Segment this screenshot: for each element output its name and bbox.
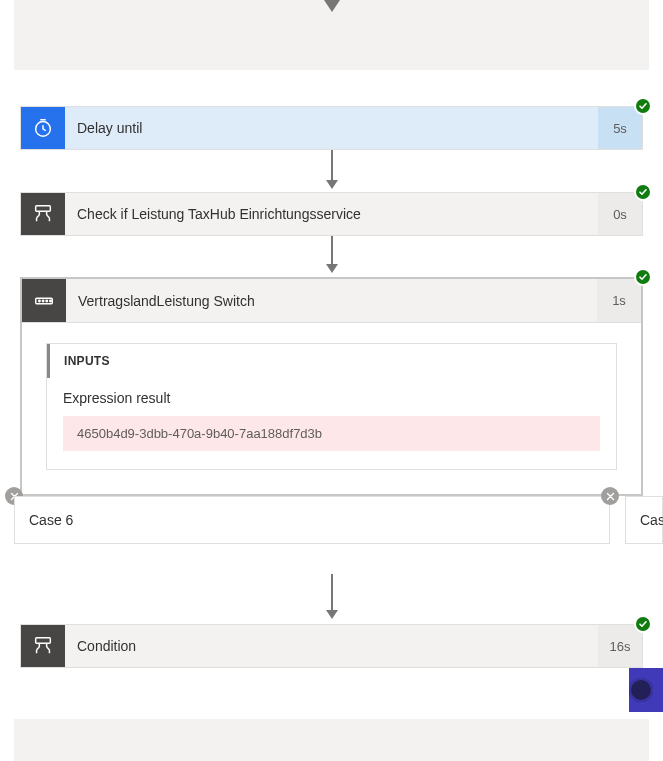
close-icon[interactable]: [601, 487, 619, 505]
success-icon: [634, 183, 652, 201]
help-widget[interactable]: [629, 668, 663, 712]
connector-arrow: [326, 236, 338, 273]
action-condition[interactable]: Condition 16s: [20, 624, 643, 668]
switch-icon: [22, 279, 66, 322]
action-check-leistung[interactable]: Check if Leistung TaxHub Einrichtungsser…: [20, 192, 643, 236]
action-title: Check if Leistung TaxHub Einrichtungsser…: [65, 193, 598, 235]
condition-icon: [21, 193, 65, 235]
success-icon: [634, 615, 652, 633]
action-vertragsland-switch[interactable]: VertragslandLeistung Switch 1s INPUTS Ex…: [20, 277, 643, 496]
action-duration: 1s: [597, 279, 641, 322]
action-title: VertragslandLeistung Switch: [66, 279, 597, 322]
action-duration: 16s: [598, 625, 642, 667]
action-duration: 0s: [598, 193, 642, 235]
case-label: Case: [640, 512, 663, 528]
action-title: Delay until: [65, 107, 598, 149]
success-icon: [634, 268, 652, 286]
parent-container-bottom: [14, 719, 649, 761]
svg-rect-2: [36, 206, 51, 212]
svg-point-6: [46, 300, 47, 301]
flow-canvas: Delay until 5s Check if Leistung TaxHub …: [0, 0, 663, 761]
parent-container-top: [14, 0, 649, 70]
svg-point-4: [39, 300, 40, 301]
svg-marker-0: [324, 0, 340, 12]
connector-arrow: [326, 574, 338, 619]
expression-value: 4650b4d9-3dbb-470a-9b40-7aa188df7d3b: [63, 416, 600, 451]
action-duration: 5s: [598, 107, 642, 149]
action-header[interactable]: VertragslandLeistung Switch 1s: [22, 279, 641, 323]
inputs-panel: INPUTS Expression result 4650b4d9-3dbb-4…: [46, 343, 617, 470]
connector-arrow: [326, 150, 338, 189]
case-label: Case 6: [29, 512, 73, 528]
action-body: INPUTS Expression result 4650b4d9-3dbb-4…: [22, 323, 641, 494]
timer-icon: [21, 107, 65, 149]
svg-point-7: [50, 300, 51, 301]
success-icon: [634, 97, 652, 115]
condition-icon: [21, 625, 65, 667]
inputs-heading: INPUTS: [47, 344, 616, 378]
switch-case-next[interactable]: Case: [625, 496, 663, 544]
expression-label: Expression result: [63, 390, 600, 406]
action-delay-until[interactable]: Delay until 5s: [20, 106, 643, 150]
svg-rect-8: [36, 638, 51, 644]
switch-case-6[interactable]: Case 6: [14, 496, 610, 544]
incoming-arrowhead: [324, 0, 340, 12]
avatar: [629, 678, 653, 702]
action-title: Condition: [65, 625, 598, 667]
svg-point-5: [42, 300, 43, 301]
